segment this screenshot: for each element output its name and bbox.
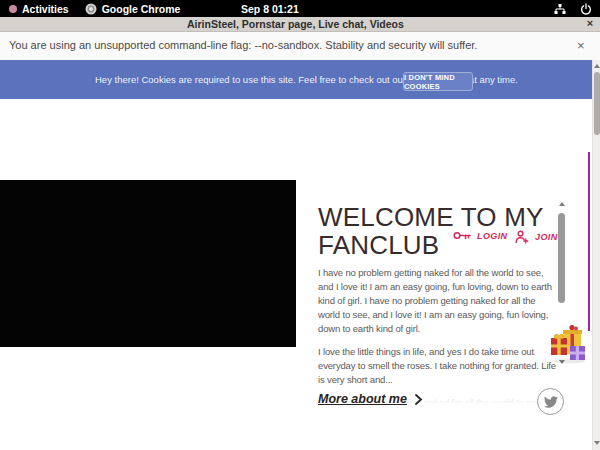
gift-ribbon-string xyxy=(588,152,590,331)
page-scroll-up-icon[interactable] xyxy=(594,64,600,68)
cookie-bar: Hey there! Cookies are required to use t… xyxy=(0,60,592,99)
app-indicator-dot-icon xyxy=(9,5,17,13)
bio-paragraph: I love the little things in life, and ye… xyxy=(318,345,556,387)
clock[interactable]: Sep 8 01:21 xyxy=(241,0,299,17)
video-player[interactable] xyxy=(0,180,296,347)
power-icon[interactable] xyxy=(580,3,592,15)
page-scrollbar-thumb[interactable] xyxy=(594,72,600,135)
bio-scroll-up-icon[interactable] xyxy=(559,202,565,206)
flag-warning-bar: You are using an unsupported command-lin… xyxy=(0,32,600,60)
cookie-accept-button[interactable]: I DON'T MIND COOKIES xyxy=(403,72,473,91)
bio-scrollbar-thumb[interactable] xyxy=(558,213,565,303)
gifts-icon[interactable] xyxy=(550,322,588,364)
window-title-bar: AirinSteel, Pornstar page, Live chat, Vi… xyxy=(0,17,600,32)
twitter-icon xyxy=(544,396,558,408)
window-close-button[interactable]: × xyxy=(584,17,596,29)
more-about-me-label: More about me xyxy=(318,392,407,406)
welcome-heading: WELCOME TO MY FANCLUB xyxy=(318,203,556,259)
about-section: WELCOME TO MY FANCLUB I have no problem … xyxy=(318,203,556,404)
flag-warning-close-icon[interactable]: × xyxy=(577,38,585,53)
chrome-icon xyxy=(85,3,97,15)
activities-button[interactable]: Activities xyxy=(22,3,69,15)
focused-app-label: Google Chrome xyxy=(102,3,181,15)
window-title: AirinSteel, Pornstar page, Live chat, Vi… xyxy=(187,18,404,30)
more-about-me-link[interactable]: More about me xyxy=(318,392,423,406)
screen: Activities Google Chrome Sep 8 01:21 xyxy=(0,0,600,450)
chevron-right-icon xyxy=(414,394,423,405)
gnome-top-bar: Activities Google Chrome Sep 8 01:21 xyxy=(0,0,600,17)
page-scroll-down-icon[interactable] xyxy=(594,441,600,445)
page-scrollbar[interactable] xyxy=(592,60,600,450)
site-header: LOGO LOGIN JOIN xyxy=(0,99,592,180)
flag-warning-text: You are using an unsupported command-lin… xyxy=(9,39,477,51)
twitter-button[interactable] xyxy=(537,388,564,415)
bio-paragraph: I have no problem getting naked for all … xyxy=(318,266,556,336)
network-icon[interactable] xyxy=(554,3,566,15)
focused-app-menu[interactable]: Google Chrome xyxy=(85,3,181,15)
